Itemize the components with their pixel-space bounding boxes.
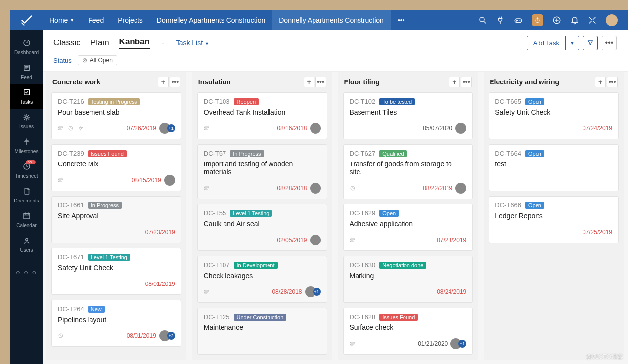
breadcrumb-2[interactable]: Donnelly Apartments Construction [272, 10, 391, 30]
documents-icon [22, 187, 31, 196]
task-card[interactable]: DC-T102To be testedBasement Tiles05/07/2… [343, 92, 473, 139]
filter-label[interactable]: Status [53, 57, 72, 64]
column-more-button[interactable]: ••• [461, 77, 472, 87]
user-avatar[interactable] [606, 14, 618, 26]
add-card-button[interactable]: + [595, 77, 606, 87]
task-card[interactable]: DC-T107In DevelopmentCheck leakages08/28… [197, 256, 327, 303]
status-tag: Reopen [234, 98, 259, 105]
status-tag: Open [525, 98, 544, 105]
sub-icon [58, 177, 64, 183]
task-indicators [204, 289, 210, 295]
sidebar-issues[interactable]: Issues [10, 109, 43, 133]
task-card[interactable]: DC-T216Testing in ProgressPour basement … [51, 92, 181, 139]
separator: - [162, 39, 164, 47]
task-card[interactable]: DC-T630Negotiation doneMarking08/24/2019 [343, 256, 473, 303]
tab-plain[interactable]: Plain [90, 38, 109, 48]
task-title: Pipelines layout [58, 316, 175, 324]
svg-rect-20 [205, 187, 209, 188]
close-icon[interactable]: ⊗ [82, 57, 87, 64]
nav-feed[interactable]: Feed [81, 10, 111, 30]
task-card[interactable]: DC-T629OpenAdhesive application07/23/201… [343, 204, 473, 251]
task-id: DC-T102 [350, 98, 376, 105]
column-more-button[interactable]: ••• [170, 77, 180, 87]
due-date: 02/05/2019 [277, 237, 307, 243]
task-card[interactable]: DC-T55Level 1 TestingCaulk and Air seal0… [197, 204, 327, 251]
search-icon[interactable] [478, 16, 487, 25]
task-card[interactable]: DC-T264NewPipelines layout08/01/2019+2 [51, 300, 181, 347]
task-card[interactable]: DC-T664Opentest [489, 144, 619, 191]
task-title: Basement Tiles [350, 108, 467, 116]
nav-more[interactable]: ••• [391, 10, 412, 30]
add-card-button[interactable]: + [158, 77, 169, 87]
status-tag: Open [379, 210, 399, 217]
users-icon [22, 236, 31, 245]
clock-icon [68, 125, 74, 131]
card-list: DC-T102To be testedBasement Tiles05/07/2… [338, 92, 478, 360]
sidebar-users[interactable]: Users [10, 232, 43, 257]
column-header: Electricity and wiring+••• [484, 72, 624, 92]
column-more-button[interactable]: ••• [315, 77, 326, 87]
bell-icon[interactable] [570, 16, 579, 25]
checkmark-logo-icon [20, 14, 33, 27]
add-task-button[interactable]: Add Task▼ [527, 36, 579, 50]
task-card[interactable]: DC-T103ReopenOverhead Tank Installation0… [197, 92, 327, 139]
plug-icon[interactable] [496, 16, 505, 25]
sidebar-feed[interactable]: Feed [10, 59, 43, 84]
due-date: 08/22/2019 [423, 185, 452, 192]
sidebar-milestones[interactable]: Milestones [10, 133, 43, 158]
task-card[interactable]: DC-T57In ProgressImport and testing of w… [197, 144, 327, 199]
add-card-button[interactable]: + [304, 77, 314, 87]
task-card[interactable]: DC-T671Level 1 TestingSafety Unit Check0… [51, 248, 181, 295]
sidebar-tasks[interactable]: Tasks [10, 84, 43, 109]
sidebar-dashboard[interactable]: Dashboard [10, 35, 43, 59]
card-list: DC-T665OpenSafety Unit Check07/24/2019DC… [484, 92, 624, 360]
column-more-button[interactable]: ••• [607, 77, 618, 87]
assignee-avatar [310, 123, 321, 134]
task-list-dropdown[interactable]: Task List ▼ [176, 39, 209, 47]
sidebar-timesheet[interactable]: 99+Timesheet [10, 158, 43, 183]
tools-icon[interactable] [588, 16, 597, 25]
task-card[interactable]: DC-T627QualifiedTransfer of goods from s… [343, 144, 473, 199]
add-icon[interactable] [552, 16, 561, 25]
status-tag: To be tested [379, 98, 415, 105]
divider [19, 261, 34, 261]
due-date: 08/01/2019 [145, 281, 175, 287]
sub-icon [204, 185, 210, 191]
due-date: 08/16/2018 [277, 125, 307, 132]
status-tag: Level 1 Testing [230, 210, 272, 217]
sidebar-documents[interactable]: Documents [10, 183, 43, 207]
svg-rect-15 [59, 179, 63, 180]
gamepad-icon[interactable] [514, 16, 523, 25]
task-card[interactable]: DC-T125Under ConstructionMaintenance [197, 308, 327, 355]
task-card[interactable]: DC-T666OpenLedger Reports07/25/2019 [489, 196, 619, 243]
task-card[interactable]: DC-T661In ProgressSite Approval07/23/201… [51, 196, 181, 243]
nav-home[interactable]: Home▼ [43, 10, 81, 30]
watermark: @51CTO博客 [586, 353, 623, 361]
task-card[interactable]: DC-T628Issues FoundSurface check01/21/20… [343, 308, 473, 355]
due-date: 07/25/2019 [583, 229, 612, 236]
filter-chip[interactable]: ⊗All Open [78, 55, 117, 65]
task-card[interactable]: DC-T665OpenSafety Unit Check07/24/2019 [489, 92, 619, 139]
filter-button[interactable] [583, 36, 598, 50]
add-card-button[interactable]: + [449, 77, 460, 87]
tab-kanban[interactable]: Kanban [119, 37, 150, 49]
svg-point-0 [480, 17, 484, 22]
task-title: Surface check [350, 324, 467, 331]
sidebar-more[interactable]: ○ ○ ○ [16, 268, 37, 276]
sidebar-calendar[interactable]: Calendar [10, 207, 43, 232]
task-title: Transfer of goods from storage to site. [350, 160, 467, 176]
status-tag: Qualified [379, 150, 406, 157]
more-button[interactable]: ••• [602, 36, 617, 50]
task-card[interactable]: DC-T239Issues FoundConcrete Mix08/15/201… [51, 144, 181, 191]
breadcrumb-1[interactable]: Donnelley Apartments Construction [150, 10, 272, 30]
tab-classic[interactable]: Classic [53, 38, 81, 48]
chevron-down-icon[interactable]: ▼ [565, 36, 579, 50]
task-id: DC-T671 [58, 253, 84, 261]
logo[interactable] [10, 14, 43, 27]
nav-projects[interactable]: Projects [111, 10, 150, 30]
due-date: 08/24/2019 [437, 288, 466, 295]
svg-rect-16 [59, 181, 61, 182]
timer-icon[interactable] [532, 14, 543, 26]
status-tag: Under Construction [234, 314, 287, 321]
task-title: Import and testing of wooden materials [204, 160, 321, 176]
